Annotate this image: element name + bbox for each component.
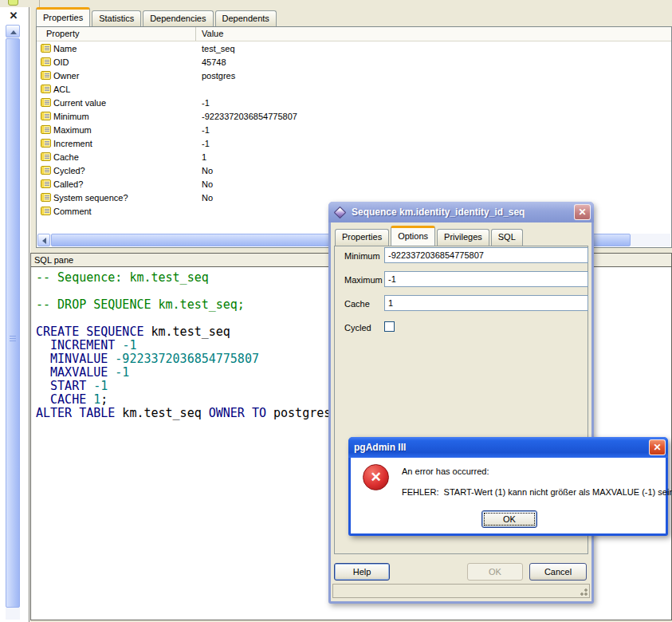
property-name: Owner (53, 71, 79, 81)
property-name: Maximum (53, 125, 92, 135)
property-name: Comment (53, 207, 92, 216)
table-row[interactable]: Current value-1 (37, 96, 671, 109)
column-header-property[interactable]: Property (37, 27, 196, 41)
tab-properties[interactable]: Properties (36, 7, 90, 26)
vertical-scrollbar[interactable] (6, 25, 20, 620)
toolbar-icon-fragment[interactable] (8, 0, 18, 6)
column-header-value[interactable]: Value (196, 27, 223, 41)
property-value: -1 (202, 139, 210, 148)
main-tab-bar: PropertiesStatisticsDependenciesDependen… (36, 7, 278, 26)
property-name: OID (53, 57, 69, 67)
dialog-tab-options[interactable]: Options (391, 226, 435, 246)
scroll-up-button[interactable] (6, 25, 20, 37)
property-rows: Nametest_seqOID45748OwnerpostgresACLCurr… (37, 41, 671, 218)
property-icon (41, 44, 51, 53)
property-icon (41, 57, 51, 66)
error-dialog: pgAdmin III ✕ ✕ An error has occurred: F… (348, 437, 668, 536)
table-row[interactable]: Cache1 (37, 150, 671, 163)
property-icon (41, 139, 51, 148)
error-dialog-body: ✕ An error has occurred: FEHLER: START-W… (351, 458, 666, 533)
maximum-label: Maximum (344, 275, 383, 285)
table-header[interactable]: Property Value (37, 27, 671, 41)
arrow-left-icon (42, 238, 46, 244)
dialog-title: Sequence km.identity_identity_id_seq (352, 207, 525, 218)
property-value: No (202, 193, 213, 203)
property-icon (41, 179, 51, 188)
property-name: System sequence? (53, 193, 128, 203)
property-value: No (202, 179, 213, 189)
minimum-input[interactable] (384, 247, 588, 263)
cancel-button[interactable]: Cancel (529, 563, 587, 581)
property-name: Name (53, 44, 77, 53)
table-row[interactable]: Minimum-9223372036854775807 (37, 109, 671, 123)
property-value: No (202, 166, 213, 175)
dialog-tab-privileges[interactable]: Privileges (437, 229, 489, 246)
arrow-up-icon (10, 30, 17, 34)
tab-dependencies[interactable]: Dependencies (143, 10, 213, 26)
property-value: -1 (202, 98, 210, 108)
property-icon (41, 125, 51, 134)
table-row[interactable]: Cycled?No (37, 163, 671, 177)
property-icon (41, 193, 51, 202)
property-value: -9223372036854775807 (202, 112, 297, 121)
dialog-status-bar (332, 584, 590, 598)
toolbar-divider (39, 0, 40, 7)
property-name: Cycled? (53, 166, 85, 175)
property-value: test_seq (202, 44, 235, 53)
sequence-dialog: Sequence km.identity_identity_id_seq ✕ P… (328, 202, 594, 604)
minimum-label: Minimum (344, 251, 380, 261)
property-icon (41, 71, 51, 80)
property-value: -1 (202, 125, 210, 135)
property-name: Current value (53, 98, 106, 108)
error-ok-button[interactable]: OK (481, 510, 537, 528)
resize-grip[interactable] (578, 586, 588, 596)
property-icon (41, 112, 51, 120)
tab-statistics[interactable]: Statistics (92, 10, 141, 26)
sequence-dialog-titlebar[interactable]: Sequence km.identity_identity_id_seq ✕ (328, 202, 594, 222)
property-name: ACL (53, 85, 70, 94)
ok-button[interactable]: OK (467, 563, 523, 581)
table-row[interactable]: OID45748 (37, 55, 671, 69)
dialog-tab-properties[interactable]: Properties (335, 229, 389, 246)
error-message-line1: An error has occurred: (402, 467, 489, 476)
cycled-label: Cycled (344, 323, 371, 333)
vertical-scrollbar-thumb[interactable] (6, 38, 20, 608)
dialog-icon (334, 206, 347, 218)
dialog-tab-bar: PropertiesOptionsPrivilegesSQL (335, 226, 525, 246)
property-icon (41, 166, 51, 175)
property-name: Increment (53, 139, 92, 148)
table-row[interactable]: ACL (37, 82, 671, 96)
error-dialog-titlebar[interactable]: pgAdmin III ✕ (348, 437, 668, 458)
cycled-checkbox[interactable] (384, 321, 395, 332)
table-row[interactable]: Called?No (37, 177, 671, 191)
table-row[interactable]: Increment-1 (37, 136, 671, 150)
error-icon: ✕ (363, 464, 389, 490)
close-icon[interactable]: ✕ (649, 439, 666, 455)
property-name: Minimum (53, 112, 89, 121)
close-icon[interactable]: ✕ (574, 204, 591, 220)
object-browser-edge: ✕ (0, 7, 29, 622)
property-icon (41, 85, 51, 93)
property-name: Called? (53, 179, 83, 189)
sequence-dialog-body: PropertiesOptionsPrivilegesSQL MinimumMa… (331, 222, 591, 601)
property-icon (41, 207, 51, 215)
property-name: Cache (53, 152, 79, 162)
error-message-line2: FEHLER: START-Wert (1) kann nicht größer… (402, 487, 672, 497)
property-icon (41, 98, 51, 107)
error-dialog-title: pgAdmin III (354, 442, 406, 453)
table-row[interactable]: Ownerpostgres (37, 69, 671, 82)
scroll-left-button[interactable] (37, 234, 50, 246)
table-row[interactable]: Maximum-1 (37, 123, 671, 136)
thumb-grip (10, 336, 16, 343)
tab-dependents[interactable]: Dependents (215, 10, 277, 26)
toolbar-sliver (0, 0, 672, 7)
dialog-tab-sql[interactable]: SQL (491, 229, 523, 246)
help-button[interactable]: Help (334, 563, 390, 581)
cache-label: Cache (344, 299, 370, 309)
property-value: 45748 (202, 57, 226, 67)
table-row[interactable]: Nametest_seq (37, 41, 671, 55)
property-value: 1 (202, 152, 206, 162)
maximum-input[interactable] (384, 271, 588, 287)
cache-input[interactable] (384, 295, 588, 311)
panel-close-icon[interactable]: ✕ (7, 10, 20, 22)
